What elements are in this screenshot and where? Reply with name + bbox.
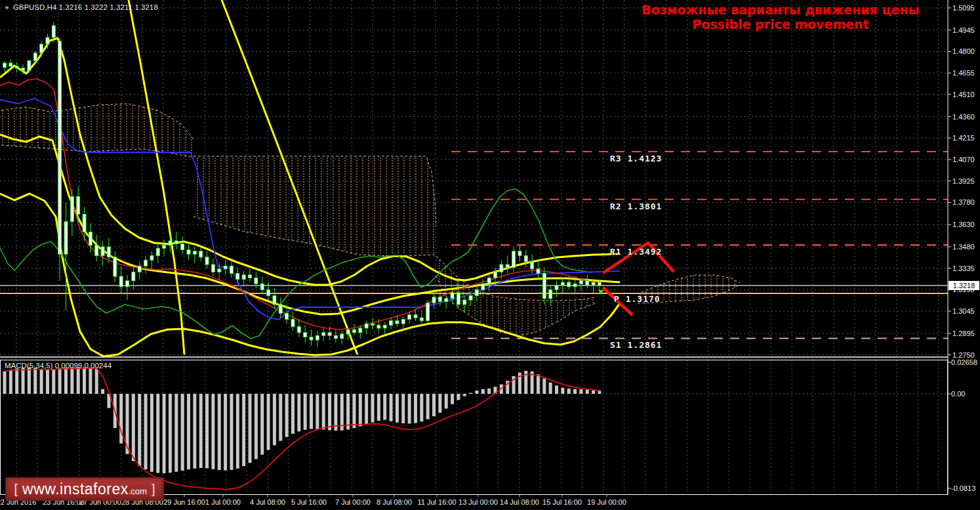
pivot-label: S1 1.2861 [610, 340, 662, 350]
macd-axis-label: -0.0813 [951, 484, 975, 492]
time-axis-label: 11 Jul 16:00 [415, 498, 459, 506]
time-axis-label: 8 Jul 08:00 [372, 498, 417, 506]
bracket-right: ] [152, 482, 155, 497]
annotation-line-ru: Возможные варианты движения цены [584, 3, 977, 17]
mt4-chart-window: ▼GBPUSD,H4 1.3216 1.3222 1.3211 1.3218 В… [0, 0, 980, 510]
symbol-ohlc-text: GBPUSD,H4 1.3216 1.3222 1.3211 1.3218 [13, 3, 158, 11]
price-axis-label: 1.3480 [952, 243, 975, 251]
price-axis-label: 1.3335 [952, 265, 975, 272]
pivot-label: R3 1.4123 [610, 154, 662, 163]
price-axis-label: 1.4070 [952, 156, 975, 163]
macd-axis-label: 0.00 [951, 390, 965, 398]
instaforex-watermark: [www.instaforex.com] [5, 477, 164, 501]
price-axis-label: 1.2895 [952, 329, 975, 337]
chevron-down-icon: ▼ [4, 5, 10, 11]
price-axis-label: 1.3925 [952, 177, 975, 185]
pivot-label: P 1.3170 [614, 294, 661, 304]
price-axis-label: 1.4215 [952, 134, 975, 142]
time-axis-label: 15 Jul 16:00 [540, 498, 584, 506]
time-axis-label: 7 Jul 00:00 [331, 498, 375, 506]
macd-pane [3, 367, 602, 489]
price-axis-label: 1.3630 [952, 221, 975, 228]
time-axis-label: 29 Jun 16:00 [162, 498, 207, 506]
macd-axis-label: 0.02658 [951, 358, 977, 366]
price-axis-label: 1.4800 [952, 47, 975, 55]
watermark-tld: .com [129, 482, 147, 496]
chart-canvas[interactable] [0, 0, 980, 510]
watermark-domain: www.instaforex [22, 480, 129, 498]
time-axis-label: 5 Jul 16:00 [287, 498, 331, 506]
current-price-tag: 1.3218 [949, 281, 979, 290]
price-axis-label: 1.3045 [952, 307, 975, 315]
time-axis-label: 4 Jul 08:00 [245, 498, 290, 506]
price-axis-label: 1.4655 [952, 69, 975, 77]
price-axis-label: 1.4945 [952, 26, 975, 34]
price-axis-label: 1.4510 [952, 91, 975, 98]
annotation-title: Возможные варианты движения цены Possibl… [584, 3, 977, 32]
pivot-label: R2 1.3801 [610, 202, 662, 211]
symbol-info: ▼GBPUSD,H4 1.3216 1.3222 1.3211 1.3218 [4, 3, 158, 11]
time-axis-label: 1 Jul 00:00 [201, 498, 245, 506]
annotation-line-en: Possible price movement [584, 17, 977, 32]
pivot-label: R1 1.3492 [610, 247, 662, 257]
price-axis-label: 1.3780 [952, 198, 975, 206]
time-axis-label: 13 Jul 00:00 [456, 498, 500, 506]
bracket-left: [ [14, 482, 18, 497]
macd-indicator-label: MACD(5,34,5) 0.00099 0.00244 [5, 362, 112, 370]
price-axis-label: 1.5095 [952, 4, 975, 12]
time-axis-label: 19 Jul 00:00 [584, 498, 629, 506]
price-axis-label: 1.2750 [952, 351, 975, 359]
price-axis-label: 1.4360 [952, 113, 975, 121]
time-axis-label: 14 Jul 08:00 [497, 498, 542, 506]
